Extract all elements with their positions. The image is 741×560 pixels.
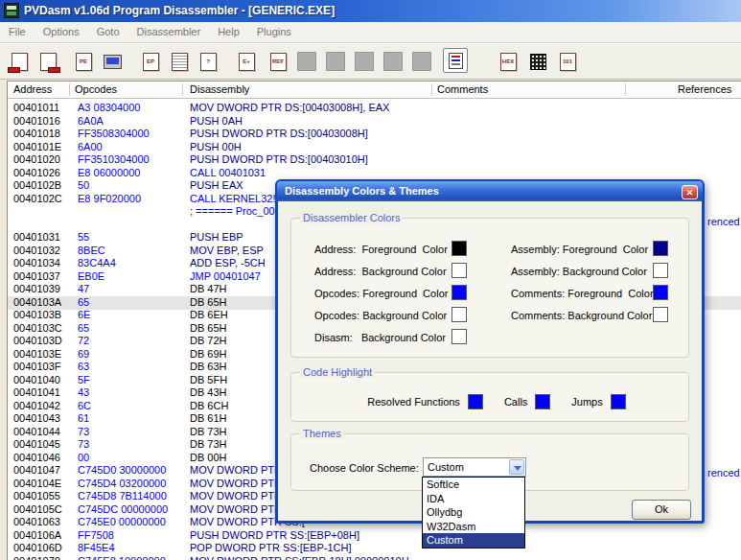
scheme-option-ollydbg[interactable]: Ollydbg <box>423 505 524 520</box>
disassembly-cell: ADD ESP, -5CH <box>190 257 266 269</box>
entry-point-icon[interactable]: EP <box>139 50 162 73</box>
column-header-address[interactable]: Address <box>13 83 52 95</box>
doc-glyph: REF <box>270 53 287 71</box>
disassembly-cell: PUSH 0AH <box>190 115 243 128</box>
column-header-opcodes[interactable]: Opcodes <box>75 83 117 95</box>
open-file-icon[interactable] <box>8 50 31 73</box>
column-header-comments[interactable]: Comments <box>437 83 488 95</box>
disasm-row[interactable]: 00401018FF3508304000PUSH DWORD PTR DS:[0… <box>8 128 741 141</box>
color-swatch[interactable] <box>452 263 467 278</box>
highlight-color-swatch[interactable] <box>535 394 550 409</box>
references-icon[interactable]: REF <box>266 50 289 73</box>
highlight-color-swatch[interactable] <box>611 394 626 409</box>
address-cell: 00401046 <box>13 452 60 464</box>
disassembly-cell: DB 73H <box>190 426 227 438</box>
close-icon[interactable]: ✕ <box>682 185 698 199</box>
highlight-label: Calls <box>504 396 527 408</box>
disasm-row[interactable]: 00401020FF3510304000PUSH DWORD PTR DS:[0… <box>8 153 741 167</box>
disassembly-cell: DB 00H <box>190 452 227 464</box>
disassembly-cell: MOV DWORD PTR DS:[00403008H], EAX <box>190 102 389 114</box>
disassembly-cell: PUSH EBP <box>190 231 243 244</box>
grid-glyph <box>530 54 546 70</box>
scheme-option-ida[interactable]: IDA <box>423 492 524 506</box>
color-swatch[interactable] <box>653 263 668 278</box>
color-swatch[interactable] <box>452 241 467 256</box>
dialog-body: Disassembler Colors Address: Foreground … <box>278 202 702 521</box>
disasm-row[interactable]: 0040101E6A00PUSH 00H <box>8 141 741 154</box>
disassembly-cell: MOV EBP, ESP <box>190 245 264 257</box>
address-cell: 00401016 <box>13 115 60 128</box>
opcodes-cell: 73 <box>78 426 89 438</box>
opcodes-cell: 50 <box>78 179 89 192</box>
color-swatch[interactable] <box>653 307 668 322</box>
disabled-button-4 <box>383 52 403 71</box>
disasm-row[interactable]: 00401026E8 06000000CALL 00401031 <box>8 167 741 180</box>
column-separator <box>625 83 626 96</box>
group-label: Disassembler Colors <box>300 212 403 223</box>
opcodes-cell: 55 <box>78 231 89 244</box>
address-cell: 00401031 <box>13 231 60 244</box>
column-header-disassembly[interactable]: Disassembly <box>190 83 249 95</box>
disasm-row[interactable]: 0040106AFF7508PUSH DWORD PTR SS:[EBP+08H… <box>8 529 741 543</box>
doc-glyph <box>172 53 188 71</box>
choose-scheme-label: Choose Color Scheme: <box>310 462 419 474</box>
color-row-label: Assembly: Foreground Color <box>511 244 648 255</box>
disassembly-cell: MOV DWORD PTR SS:[EBP-18H],00000010H <box>190 555 409 560</box>
scheme-option-softice[interactable]: SoftIce <box>423 478 524 492</box>
opcodes-cell: 6C <box>78 400 91 412</box>
disasm-row[interactable]: 004010166A0APUSH 0AH <box>8 115 741 128</box>
ok-button[interactable]: Ok <box>632 500 691 520</box>
color-swatch[interactable] <box>452 329 467 344</box>
disassembly-cell: JMP 00401047 <box>190 270 261 283</box>
color-swatch[interactable] <box>452 307 467 322</box>
pe-header-icon[interactable]: PE <box>72 50 95 73</box>
scheme-option-w32dasm[interactable]: W32Dasm <box>423 520 524 534</box>
opcodes-101-icon[interactable]: 101 <box>556 50 579 73</box>
address-cell: 00401020 <box>13 153 60 166</box>
opcodes-cell: A3 08304000 <box>78 102 140 114</box>
menu-item-options[interactable]: Options <box>35 22 88 42</box>
colors-themes-icon[interactable] <box>443 48 468 73</box>
color-row-label: Opcodes: Background Color <box>314 310 447 321</box>
red-bar <box>48 67 60 73</box>
highlight-color-swatch[interactable] <box>468 394 483 409</box>
disasm-row[interactable]: 00401011A3 08304000MOV DWORD PTR DS:[004… <box>8 102 741 115</box>
address-cell: 00401063 <box>13 516 60 528</box>
color-swatch[interactable] <box>653 285 668 300</box>
debug-window-icon[interactable] <box>101 50 124 73</box>
disasm-row[interactable]: 0040106D8F45E4POP DWORD PTR SS:[EBP-1CH] <box>8 542 741 555</box>
group-label: Themes <box>300 428 344 439</box>
search-unknown-icon[interactable]: ? <box>197 50 220 73</box>
menu-item-goto[interactable]: Goto <box>88 22 128 42</box>
references-fragment: renced l <box>707 467 741 478</box>
column-header-references[interactable]: References <box>678 83 731 95</box>
address-cell: 0040102B <box>13 179 61 192</box>
close-file-icon[interactable] <box>36 50 59 73</box>
color-row-label: Disasm: Background Color <box>314 332 446 343</box>
color-swatch[interactable] <box>653 241 668 256</box>
disassembly-cell: DB 61H <box>190 412 227 425</box>
color-swatch[interactable] <box>452 285 467 300</box>
address-cell: 00401044 <box>13 426 60 438</box>
toolbar: PEEP?E+REFHEX101 <box>0 43 741 80</box>
chevron-down-icon[interactable] <box>509 459 524 475</box>
menu-item-disassembler[interactable]: Disassembler <box>128 22 210 42</box>
add-comment-icon[interactable]: E+ <box>235 50 258 73</box>
menu-item-help[interactable]: Help <box>209 22 248 42</box>
scheme-option-custom[interactable]: Custom <box>423 533 524 548</box>
menu-item-plugins[interactable]: Plugins <box>248 22 300 42</box>
opcodes-cell: C745DC 00000000 <box>78 503 168 516</box>
address-cell: 0040106A <box>13 529 61 542</box>
address-cell: 00401043 <box>13 412 60 425</box>
address-cell: 00401037 <box>13 270 60 283</box>
menu-item-file[interactable]: File <box>0 22 35 42</box>
opcodes-cell: 83C4A4 <box>78 257 116 269</box>
color-scheme-combobox[interactable]: Custom <box>423 457 526 477</box>
disassembly-cell: DB 5FH <box>190 374 227 386</box>
disasm-row[interactable]: 00401070C745E8 10000000MOV DWORD PTR SS:… <box>8 555 741 560</box>
column-separator <box>182 83 183 96</box>
hex-view-icon[interactable]: HEX <box>497 50 520 73</box>
disassemble-list-icon[interactable] <box>168 50 191 73</box>
opcodes-cell: C745D8 7B114000 <box>78 490 167 502</box>
string-data-icon[interactable] <box>526 50 549 73</box>
